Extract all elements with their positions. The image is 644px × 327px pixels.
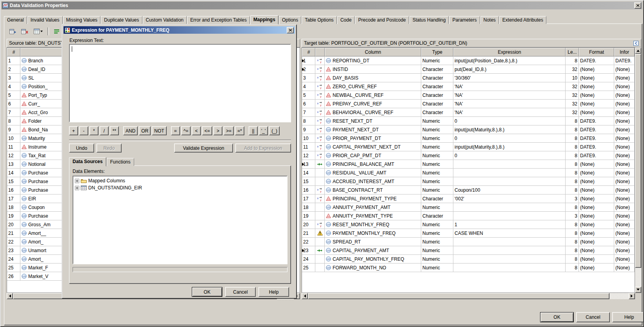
tab[interactable]: Parameters [449, 16, 480, 24]
tab[interactable]: Duplicate Values [101, 16, 142, 24]
ok-button[interactable]: OK [192, 287, 222, 297]
operator-button[interactable]: (_) [269, 126, 280, 135]
table-row[interactable]: 9 xy 123 PAYMENT_NEXT_DT Nu [302, 125, 635, 134]
tab[interactable]: Code [337, 16, 355, 24]
operator-button[interactable]: || [249, 126, 258, 135]
window-close-button[interactable] [634, 2, 641, 9]
table-row[interactable]: 8 xy 123 RESET_NEXT_DT Nume [302, 117, 635, 125]
collapse-panel-icon[interactable] [633, 40, 639, 46]
scroll-down-button[interactable] [635, 287, 641, 293]
table-row[interactable]: 24 xy 123 CAPITAL_PAY_MONTHLY_FREQ [302, 255, 635, 263]
tab[interactable]: Extended Attributes [499, 16, 546, 24]
scroll-up-button[interactable] [635, 47, 641, 54]
clear-mappings-icon[interactable] [19, 26, 30, 36]
table-row[interactable]: 15 xy 123 ACCRUED_INTEREST_AMT [302, 177, 635, 186]
tab[interactable]: Precode and Postcode [355, 16, 409, 24]
table-row[interactable]: 25 xy 123 FORWARD_MONTH_NO [302, 263, 635, 272]
operator-button[interactable]: '_' [259, 126, 268, 135]
table-row[interactable]: 6 xy 123 PREPAY_CURVE_REF C [302, 100, 635, 108]
operator-button[interactable]: OR [139, 126, 151, 135]
operator-button[interactable]: ** [110, 126, 119, 135]
expression-dialog-titlebar[interactable]: Expression for PAYMENT_MONTHLY_FREQ [64, 26, 295, 34]
table-row[interactable]: 23 xy 123 CAPITAL_PAYMENT_AMT [302, 246, 635, 255]
operator-button[interactable]: AND [123, 126, 138, 135]
dropdown-arrow-icon[interactable] [40, 31, 43, 33]
tab[interactable]: General [4, 16, 27, 24]
tab[interactable]: Error and Exception Tables [187, 16, 250, 24]
target-horizontal-scrollbar[interactable] [302, 293, 635, 299]
ok-button[interactable]: OK [540, 312, 574, 322]
table-row[interactable]: 10 xy 123 PRIOR_PAYMENT_DT [302, 134, 635, 143]
tab[interactable]: Table Options [302, 16, 337, 24]
tab[interactable]: Options [279, 16, 301, 24]
scrollbar-thumb[interactable] [635, 54, 641, 268]
operator-button[interactable]: - [79, 126, 88, 135]
table-row[interactable]: 4 xy 123 ZERO_CURVE_REF Cha [302, 82, 635, 91]
target-header-informat[interactable]: Infor [614, 48, 635, 56]
target-vertical-scrollbar[interactable] [635, 47, 641, 293]
scrollbar-thumb[interactable] [308, 293, 609, 299]
cancel-button[interactable]: Cancel [576, 312, 610, 322]
tab[interactable]: Invalid Values [27, 16, 63, 24]
expand-icon[interactable] [75, 186, 79, 190]
scrollbar-track[interactable] [308, 293, 629, 299]
table-row[interactable]: 12 xy 123 PRIOR_CAP_PMT_DT [302, 151, 635, 160]
window-titlebar[interactable]: Data Validation Properties [2, 2, 642, 9]
target-header-column[interactable]: Column [325, 48, 421, 56]
expand-icon[interactable] [75, 179, 79, 183]
help-button[interactable]: Help [258, 287, 289, 297]
table-row[interactable]: 16 xy 123 BASE_CONTRACT_RT [302, 186, 635, 194]
operator-button[interactable]: * [89, 126, 98, 135]
target-header-number[interactable]: # [302, 48, 315, 56]
source-header-number[interactable]: # [7, 48, 20, 56]
tree-item[interactable]: DN_OUTSTANDING_EIR [73, 184, 287, 191]
table-row[interactable]: 1 xy 123 REPORTING_DT Numer [302, 56, 635, 65]
tab[interactable]: Functions [107, 158, 134, 166]
table-row[interactable]: 17 xy 123 PRINCIPAL_PAYMENT_TYPE [302, 194, 635, 203]
operator-button[interactable]: < [192, 126, 201, 135]
propagate-columns-icon[interactable] [51, 26, 62, 36]
table-row[interactable]: 11 xy 123 CAPITAL_PAYMENT_NEXT_DT [302, 143, 635, 151]
table-row[interactable]: 22 xy 123 SPREAD_RT Numeric [302, 238, 635, 246]
table-row[interactable]: 7 xy 123 BEHAVIORAL_CURVE_REF [302, 108, 635, 117]
operator-button[interactable]: =* [235, 126, 244, 135]
expression-input[interactable] [70, 45, 290, 121]
operator-button[interactable]: >= [224, 126, 234, 135]
table-row[interactable]: 5 xy 123 NEWBAL_CURVE_REF C [302, 91, 635, 100]
operator-button[interactable]: + [69, 126, 78, 135]
target-header-expression[interactable]: Expression [453, 48, 566, 56]
table-row[interactable]: 18 xy 123 ANNUITY_PAYMENT_AMT [302, 203, 635, 212]
operator-button[interactable]: ^= [181, 126, 191, 135]
map-all-columns-icon[interactable] [7, 26, 18, 36]
tree-horizontal-scrollbar[interactable] [73, 267, 287, 272]
tab[interactable]: Missing Values [63, 16, 101, 24]
validate-expression-button[interactable]: Validate Expression [174, 144, 233, 153]
undo-button[interactable]: Undo [69, 144, 94, 153]
operator-button[interactable]: NOT [152, 126, 166, 135]
expression-dialog-close-button[interactable] [287, 27, 294, 33]
help-button[interactable]: Help [612, 312, 644, 322]
operator-button[interactable]: = [171, 126, 180, 135]
scrollbar-track[interactable] [635, 54, 641, 287]
tree-item[interactable]: Mapped Columns [73, 177, 287, 184]
operator-button[interactable]: <= [202, 126, 212, 135]
target-header-type[interactable]: Type [421, 48, 453, 56]
table-row[interactable]: 21 xy 123 PAYMENT_MONTHLY_FREQ [302, 229, 635, 238]
tab[interactable]: Data Sources [69, 157, 106, 166]
scroll-right-button[interactable] [629, 293, 635, 299]
tab[interactable]: Status Handling [409, 16, 449, 24]
target-header-format[interactable]: Format [579, 48, 614, 56]
operator-button[interactable]: > [213, 126, 222, 135]
table-row[interactable]: 2 xy 123 INSTID Character [302, 65, 635, 74]
tab[interactable]: Custom Validation [143, 16, 187, 24]
target-header-mapping[interactable] [315, 48, 325, 56]
operator-button[interactable]: / [100, 126, 109, 135]
table-row[interactable]: 19 xy 123 ANNUITY_PAYMENT_TYPE [302, 212, 635, 220]
table-row[interactable]: 20 xy 123 RESET_MONTHLY_FREQ [302, 220, 635, 229]
scroll-left-button[interactable] [302, 293, 308, 299]
column-view-icon[interactable] [31, 26, 45, 36]
table-row[interactable]: 14 xy 123 RESIDUAL_VALUE_AMT [302, 169, 635, 177]
tab[interactable]: Mappings [250, 15, 278, 24]
scroll-left-button[interactable] [7, 293, 13, 299]
table-row[interactable]: 3 xy 123 DAY_BASIS Characte [302, 74, 635, 82]
